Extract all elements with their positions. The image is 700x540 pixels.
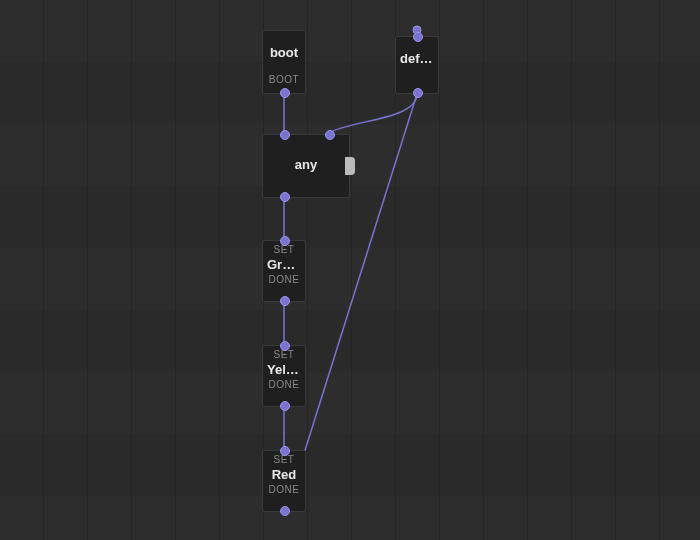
port-in[interactable] — [280, 446, 290, 456]
node-title: boot — [263, 45, 305, 60]
node-set-yellow[interactable]: SET Yello… DONE — [262, 345, 306, 407]
node-graph-canvas[interactable]: boot BOOT defe… any SET Green DONE SET Y… — [0, 0, 700, 540]
port-out[interactable] — [280, 88, 290, 98]
port-out[interactable] — [280, 401, 290, 411]
port-in-2[interactable] — [325, 130, 335, 140]
port-in[interactable] — [280, 341, 290, 351]
port-in[interactable] — [280, 236, 290, 246]
port-out[interactable] — [413, 88, 423, 98]
node-bottom-label: BOOT — [263, 74, 305, 85]
node-any[interactable]: any — [262, 134, 350, 198]
port-in[interactable] — [413, 32, 423, 42]
node-title: Green — [263, 257, 305, 272]
node-title: any — [263, 157, 349, 172]
node-title: Red — [263, 467, 305, 482]
port-in-1[interactable] — [280, 130, 290, 140]
node-set-red[interactable]: SET Red DONE — [262, 450, 306, 512]
node-title: Yello… — [263, 362, 305, 377]
port-out[interactable] — [280, 506, 290, 516]
node-bottom-label: DONE — [263, 274, 305, 285]
node-bottom-label: DONE — [263, 484, 305, 495]
side-port[interactable] — [345, 157, 355, 175]
node-boot[interactable]: boot BOOT — [262, 30, 306, 94]
node-title: defe… — [396, 51, 438, 66]
node-defer[interactable]: defe… — [395, 36, 439, 94]
port-out[interactable] — [280, 192, 290, 202]
node-set-green[interactable]: SET Green DONE — [262, 240, 306, 302]
port-out[interactable] — [280, 296, 290, 306]
node-bottom-label: DONE — [263, 379, 305, 390]
